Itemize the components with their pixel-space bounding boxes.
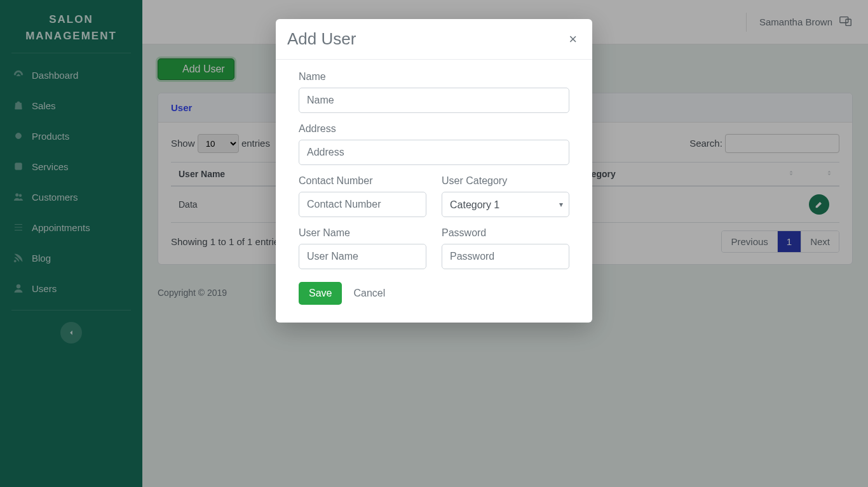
modal-body: Name Address Contact Number User Categor… xyxy=(276,60,592,323)
field-name: Name xyxy=(299,71,569,113)
contact-input[interactable] xyxy=(299,192,426,217)
field-username: User Name xyxy=(299,227,426,269)
address-label: Address xyxy=(299,123,569,135)
modal-actions: Save Cancel xyxy=(299,282,569,305)
name-label: Name xyxy=(299,71,569,83)
name-input[interactable] xyxy=(299,88,569,113)
field-address: Address xyxy=(299,123,569,165)
contact-label: Contact Number xyxy=(299,175,426,187)
modal-header: Add User × xyxy=(276,19,592,60)
password-input[interactable] xyxy=(442,244,569,269)
modal-title: Add User xyxy=(287,29,356,49)
field-password: Password xyxy=(442,227,569,269)
field-contact: Contact Number xyxy=(299,175,426,217)
username-label: User Name xyxy=(299,227,426,239)
password-label: Password xyxy=(442,227,569,239)
modal-close-button[interactable]: × xyxy=(569,32,577,46)
field-category: User Category Category 1 ▾ xyxy=(442,175,569,217)
category-label: User Category xyxy=(442,175,569,187)
category-select[interactable]: Category 1 xyxy=(442,192,569,217)
cancel-button[interactable]: Cancel xyxy=(353,288,385,299)
address-input[interactable] xyxy=(299,140,569,165)
add-user-modal: Add User × Name Address Contact Number U… xyxy=(276,19,592,323)
username-input[interactable] xyxy=(299,244,426,269)
close-icon: × xyxy=(569,31,577,47)
save-button[interactable]: Save xyxy=(299,282,342,305)
